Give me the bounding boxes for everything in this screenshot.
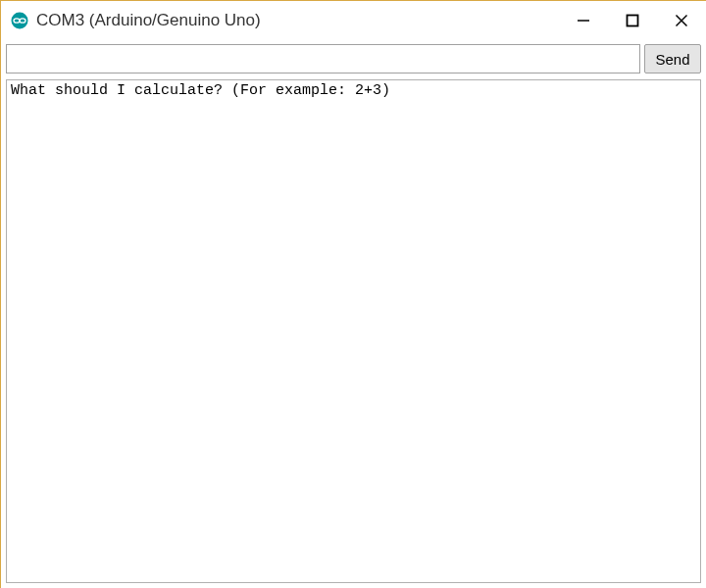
serial-input[interactable]: [6, 44, 640, 74]
close-icon: [675, 14, 688, 27]
send-button[interactable]: Send: [644, 44, 701, 74]
window-title: COM3 (Arduino/Genuino Uno): [36, 11, 559, 30]
svg-rect-4: [628, 16, 638, 26]
minimize-button[interactable]: [559, 1, 608, 40]
maximize-button[interactable]: [608, 1, 657, 40]
maximize-icon: [626, 14, 639, 27]
titlebar: COM3 (Arduino/Genuino Uno): [1, 1, 706, 40]
minimize-icon: [577, 14, 590, 27]
close-button[interactable]: [657, 1, 706, 40]
serial-monitor-window: COM3 (Arduino/Genuino Uno) Send: [0, 0, 706, 588]
input-row: Send: [1, 40, 706, 77]
serial-output: What should I calculate? (For example: 2…: [6, 79, 701, 583]
window-controls: [559, 1, 706, 40]
arduino-icon: [11, 12, 28, 29]
